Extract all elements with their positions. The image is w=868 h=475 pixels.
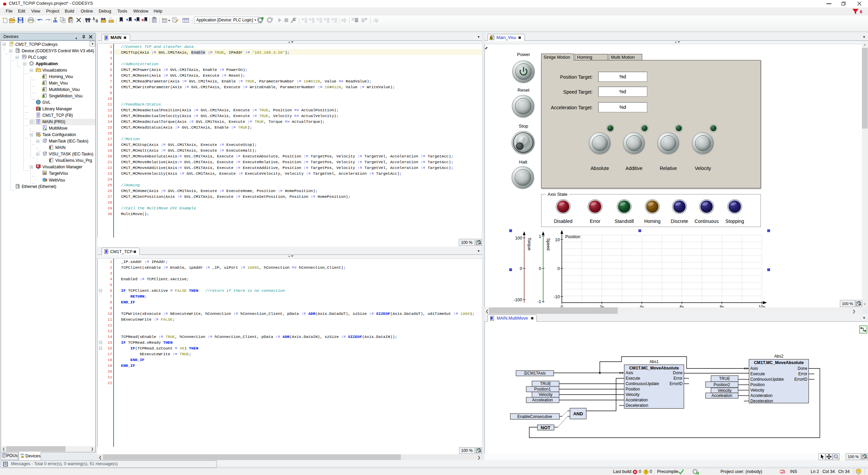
svg-text:-100: -100 xyxy=(514,298,522,302)
svg-text:Axis: Axis xyxy=(750,366,758,371)
svg-text:-1: -1 xyxy=(537,299,541,304)
svg-text:Done: Done xyxy=(798,366,808,371)
svg-text:0: 0 xyxy=(557,266,560,271)
svg-text:!: ! xyxy=(645,470,646,474)
svg-text:Position2: Position2 xyxy=(714,382,730,387)
svg-text:Position: Position xyxy=(750,382,765,387)
svg-text:Execute: Execute xyxy=(626,376,640,381)
svg-text:NOT: NOT xyxy=(541,425,551,430)
svg-text:100: 100 xyxy=(515,236,522,241)
svg-text:Torque: Torque xyxy=(527,238,532,250)
svg-text:Error: Error xyxy=(674,376,683,381)
svg-text:ContinuousUpdate: ContinuousUpdate xyxy=(626,381,659,386)
svg-text:Position: Position xyxy=(565,234,580,239)
svg-text:ErrorID: ErrorID xyxy=(670,381,683,386)
svg-text:Velocity: Velocity xyxy=(539,392,553,397)
svg-text:Acceleration: Acceleration xyxy=(626,398,648,402)
svg-text:Acceleation: Acceleation xyxy=(532,398,553,402)
svg-text:1: 1 xyxy=(539,234,541,239)
svg-text:CM1T.MC_MoveAbsolute: CM1T.MC_MoveAbsolute xyxy=(754,360,804,365)
svg-text:ErrorID: ErrorID xyxy=(794,377,808,382)
svg-text:Execute: Execute xyxy=(750,372,765,376)
svg-text:Deceleration: Deceleration xyxy=(750,399,773,403)
svg-text:Abs1: Abs1 xyxy=(649,359,658,364)
svg-text:AND: AND xyxy=(573,411,583,416)
svg-text:TRUE: TRUE xyxy=(719,376,730,381)
svg-text:0: 0 xyxy=(520,266,522,271)
svg-text:A: A xyxy=(93,17,95,21)
svg-text:Error: Error xyxy=(798,372,807,376)
svg-text:Acceleation: Acceleation xyxy=(711,393,732,398)
svg-text:Velocity: Velocity xyxy=(718,388,732,393)
svg-text:Axis: Axis xyxy=(626,370,633,375)
svg-text:☰CM1TAxis: ☰CM1TAxis xyxy=(524,371,546,376)
svg-text:Velocity: Velocity xyxy=(626,392,639,397)
svg-text:Deceleration: Deceleration xyxy=(626,403,648,408)
svg-text:ContinuousUpdate: ContinuousUpdate xyxy=(750,377,784,382)
svg-text:Acceleration: Acceleration xyxy=(750,393,772,398)
svg-text:Abs2: Abs2 xyxy=(774,354,783,359)
svg-text:Position1: Position1 xyxy=(534,387,551,392)
svg-text:CM1T.MC_MoveAbsolute: CM1T.MC_MoveAbsolute xyxy=(629,366,679,370)
svg-text:Position: Position xyxy=(626,387,640,392)
svg-text:0: 0 xyxy=(539,266,541,271)
svg-text:Done: Done xyxy=(673,370,683,375)
svg-text:-10: -10 xyxy=(554,294,560,299)
svg-text:TRUE: TRUE xyxy=(540,381,551,386)
svg-text:B: B xyxy=(96,19,98,23)
svg-text:A: A xyxy=(44,128,47,131)
svg-text:Speed: Speed xyxy=(546,238,551,250)
svg-text:6: 6 xyxy=(860,9,862,14)
svg-text:Velocity: Velocity xyxy=(750,388,764,393)
svg-text:10: 10 xyxy=(555,238,560,242)
svg-text:EnableConsecutive: EnableConsecutive xyxy=(517,414,552,419)
